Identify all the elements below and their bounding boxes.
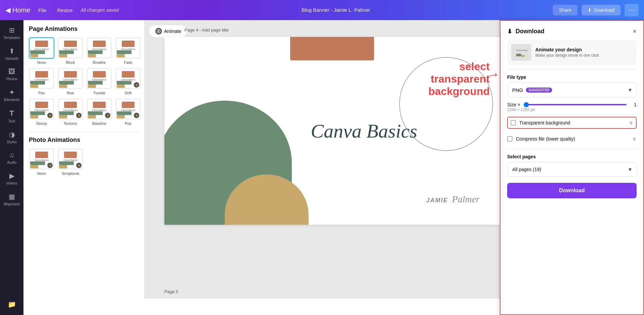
canvas-text-script: Canva Basics [311,120,417,142]
anim-thumb-inner: Canva Basics [59,39,82,57]
anim-bottom-tan [117,54,125,57]
animation-fade[interactable]: Canva Basics Fade [115,37,141,64]
close-panel-button[interactable]: × [633,28,637,35]
animation-pan[interactable]: Canva Basics Pan [29,68,54,95]
anim-text-preview: Canva Basics [59,78,82,81]
anim-top-bar [122,102,134,108]
back-icon: ◀ [5,6,10,14]
anim-label-stomp: Stomp [36,121,47,125]
animate-button[interactable]: Animate [149,25,187,38]
anim-top-bar [35,41,48,47]
animation-pop[interactable]: Canva Basics ♛ Pop [115,98,141,125]
anim-text-preview: Canva Basics [59,109,82,111]
panel-header: ⬇ Download × [507,28,637,35]
templates-icon: ⊞ [9,26,15,34]
download-button-top[interactable]: ⬇ Download [582,5,621,15]
more-options-button[interactable]: ⋯ [625,4,639,16]
transparent-bg-checkbox[interactable] [511,120,516,125]
suggested-badge: SUGGESTED [526,88,552,93]
download-panel: ⬇ Download × Canva Basics Animate your d… [500,20,644,315]
sidebar-item-uploads[interactable]: ⬆ Uploads [0,44,23,64]
jamie-signature: JAMIE Palmer [426,194,480,205]
sidebar-item-label: Elements [4,98,19,102]
anim-text-preview: Canva Basics [59,159,82,161]
styles-icon: ◑ [9,130,15,139]
animation-neon[interactable]: Canva Basics ♛ Neon [29,148,54,175]
anim-bottom-green [117,111,131,115]
crown-badge: ♛ [134,82,139,88]
compress-row[interactable]: Compress file (lower quality) ♛ [507,134,637,144]
back-button[interactable]: ◀ Home [5,6,30,14]
crown-badge: ♛ [105,113,110,118]
animation-block[interactable]: Canva Basics Block [58,37,83,64]
transparent-bg-row[interactable]: Transparent background ♛ [507,117,637,129]
sidebar-item-label: Text [8,119,15,123]
select-pages-dropdown[interactable]: All pages (19) ▾ [507,162,637,177]
panel-header-title: ⬇ Download [507,28,544,35]
file-type-select[interactable]: PNG SUGGESTED ▾ [507,83,637,97]
anim-bottom-green [117,81,131,85]
size-slider[interactable] [524,104,627,105]
compress-checkbox[interactable] [507,136,513,142]
anim-thumb-neon: Canva Basics ♛ [29,148,54,170]
sidebar-item-templates[interactable]: ⊞ Templates [0,23,23,43]
resize-nav[interactable]: Resize [55,5,75,15]
size-section: Size × 1 2240 × 1260 px [507,102,637,112]
share-button[interactable]: Share [553,5,577,15]
anim-thumb-pop: Canva Basics ♛ [115,98,141,120]
file-nav[interactable]: File [36,5,49,15]
anim-top-bar [64,152,76,158]
anim-bottom-tan [30,115,38,118]
file-type-left: PNG SUGGESTED [512,87,552,93]
audio-icon: ♫ [9,151,14,159]
anim-label-none: None [37,60,46,64]
sidebar-item-photos[interactable]: 🖼 Photos [0,64,23,84]
sidebar-item-styles[interactable]: ◑ Styles [0,127,23,147]
sidebar-item-folder[interactable]: 📁 [0,297,23,312]
sidebar-item-label: Audio [7,160,16,164]
download-panel-title: Download [516,28,544,35]
animation-breathe[interactable]: Canva Basics Breathe [87,37,112,64]
download-action-button[interactable]: Download [507,183,637,198]
home-label[interactable]: Home [12,6,30,14]
videos-icon: ▶ [9,172,14,180]
anim-bottom-green [30,81,45,85]
size-row: Size × 1 [507,102,637,107]
divider-1 [507,69,637,70]
anim-thumb-tumble: Canva Basics [87,68,112,89]
anim-bottom-green [30,161,45,165]
promo-thumbnail: Canva Basics [511,44,531,61]
anim-thumb-stomp: Canva Basics ♛ [29,98,54,120]
animation-stomp[interactable]: Canva Basics ♛ Stomp [29,98,54,125]
sidebar-item-background[interactable]: ▦ Bkground [0,189,23,209]
file-type-section: File type PNG SUGGESTED ▾ [507,74,637,97]
sidebar-item-label: Uploads [5,56,18,60]
sidebar-item-text[interactable]: T Text [0,106,23,126]
animation-none[interactable]: Canva Basics None [29,37,54,64]
topbar: ◀ Home File Resize All changes saved Blo… [0,0,644,20]
animation-scrapbook[interactable]: Canva Basics ♛ Scrapbook [58,148,83,175]
sidebar-item-elements[interactable]: ✦ Elements [0,85,23,105]
animation-baseline[interactable]: Canva Basics ♛ Baseline [87,98,112,125]
animation-tumble[interactable]: Canva Basics Tumble [87,68,112,95]
anim-bottom-tan [88,85,96,88]
file-type-label: File type [507,74,637,80]
photo-animations-title: Photo Animations [29,137,139,144]
promo-subtitle: Make your design move in one click [535,53,599,58]
sidebar-item-videos[interactable]: ▶ Videos [0,168,23,189]
pro-crown-icon: ♛ [629,120,633,125]
select-pages-label: Select pages [507,154,637,159]
sidebar-item-audio[interactable]: ♫ Audio [0,148,23,168]
anim-thumb-breathe: Canva Basics [87,37,112,59]
download-icon: ⬇ [588,7,592,13]
anim-bottom-green [59,81,74,85]
animation-rise[interactable]: Canva Basics Rise [58,68,83,95]
anim-thumb-inner: Canva Basics [30,39,53,57]
anim-bottom-green [88,111,103,115]
anim-top-bar [64,41,76,47]
anim-bottom-green [59,111,74,115]
chevron-down-icon: ▾ [629,86,632,94]
file-type-value: PNG [512,87,523,93]
animation-drift[interactable]: Canva Basics ♛ Drift [115,68,141,95]
animation-tectonic[interactable]: Canva Basics ♛ Tectonic [58,98,83,125]
